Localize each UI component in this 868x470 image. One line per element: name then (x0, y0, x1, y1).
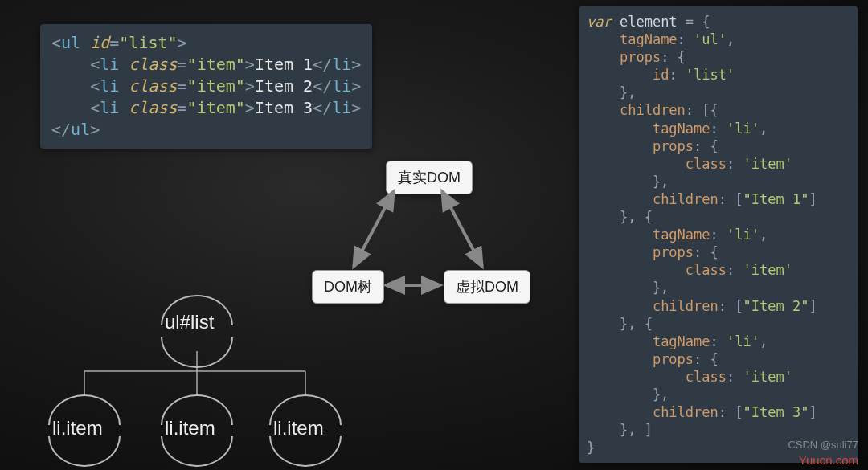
code-content: <ul id="list"> <li class="item">Item 1</… (51, 32, 361, 141)
code-content: var element = { tagName: 'ul', props: { … (587, 13, 850, 456)
node-virtual-dom: 虚拟DOM (444, 270, 530, 304)
tree-child-label: li.item (273, 417, 324, 439)
js-code-block: var element = { tagName: 'ul', props: { … (579, 6, 858, 463)
dom-tree-diagram: ul#list li.item li.item li.item (40, 311, 362, 439)
svg-line-0 (354, 191, 394, 267)
paren-decoration (269, 436, 342, 467)
paren-decoration (161, 436, 233, 467)
watermark-yuucn: Yuucn.com (799, 453, 858, 467)
html-code-block: <ul id="list"> <li class="item">Item 1</… (40, 24, 372, 149)
paren-decoration (48, 436, 121, 467)
watermark-csdn: CSDN @suli77 (788, 439, 858, 451)
tree-child-label: li.item (165, 417, 215, 439)
node-dom-tree: DOM树 (312, 270, 384, 304)
tree-root-label: ul#list (165, 311, 214, 333)
tree-child-label: li.item (52, 417, 103, 439)
svg-line-1 (442, 191, 482, 267)
node-real-dom: 真实DOM (386, 161, 473, 194)
